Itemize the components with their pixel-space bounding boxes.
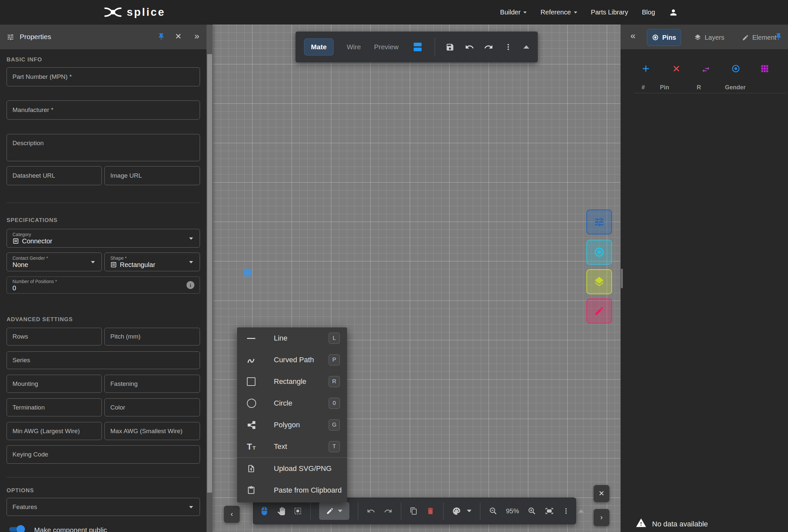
features-select[interactable]: Features [6, 498, 200, 516]
tab-layers[interactable]: Layers [690, 29, 729, 46]
image-url-placeholder: Image URL [110, 172, 142, 179]
divider [443, 503, 444, 519]
pins-panel: « Pins Layers Element [620, 25, 788, 532]
nav-builder-label: Builder [500, 8, 520, 16]
marquee-select-icon[interactable] [294, 507, 302, 515]
undo-icon[interactable] [367, 507, 375, 515]
more-options-icon[interactable] [563, 507, 570, 515]
properties-panel: Properties ✕ » BASIC INFO Part Number (M… [0, 25, 213, 532]
close-overlay-button[interactable]: ✕ [594, 485, 609, 502]
pan-hand-icon[interactable] [277, 507, 285, 515]
collapse-left-button[interactable]: ‹ [224, 506, 240, 523]
info-icon[interactable]: i [186, 281, 194, 289]
termination-field[interactable]: Termination [6, 398, 102, 416]
menu-item-text[interactable]: TT Text T [237, 436, 347, 457]
collapse-toolbar-icon[interactable] [524, 45, 529, 48]
color-field[interactable]: Color [104, 398, 200, 416]
pin-grid-icon[interactable] [760, 64, 769, 73]
number-of-positions-field[interactable]: Number of Positions * 0 i [6, 276, 200, 294]
contact-gender-select[interactable]: Contact Gender * None [6, 253, 102, 271]
pin-panel-icon[interactable] [774, 33, 783, 41]
redo-icon[interactable] [484, 42, 493, 52]
datasheet-url-field[interactable]: Datasheet URL [6, 166, 102, 185]
preview-mode-button[interactable]: Preview [374, 43, 399, 51]
zoom-out-icon[interactable] [489, 507, 497, 515]
scrollbar-thumb[interactable] [207, 54, 212, 493]
add-pin-icon[interactable] [641, 64, 650, 73]
swap-pins-icon[interactable] [701, 65, 710, 74]
expand-panel-icon[interactable]: « [630, 31, 636, 41]
mate-mode-button[interactable]: Mate [304, 38, 334, 56]
toggle-knob [16, 525, 25, 532]
draw-tool-menu: Line L Curved Path P Rectangle R Circle … [237, 328, 347, 503]
series-field[interactable]: Series [6, 351, 200, 369]
redo-icon[interactable] [384, 507, 392, 515]
element-tool-button[interactable] [586, 298, 612, 323]
palette-icon[interactable] [452, 507, 461, 516]
account-icon[interactable] [669, 8, 678, 17]
keying-code-field[interactable]: Keying Code [6, 445, 200, 464]
category-select[interactable]: Category Connector [6, 229, 200, 248]
undo-icon[interactable] [465, 42, 474, 52]
layers-tool-button[interactable] [586, 269, 612, 294]
remove-pin-icon[interactable] [672, 64, 681, 73]
delete-icon[interactable] [426, 507, 435, 515]
fastening-field[interactable]: Fastening [104, 375, 200, 393]
pins-tool-button[interactable] [586, 240, 612, 265]
nav-parts-library[interactable]: Parts Library [591, 8, 628, 16]
make-public-toggle[interactable] [8, 525, 24, 532]
mounting-field[interactable]: Mounting [6, 375, 102, 393]
canvas-scrollbar-thumb[interactable] [621, 269, 623, 288]
shortcut-badge: L [329, 333, 340, 344]
menu-item-label: Upload SVG/PNG [274, 464, 347, 473]
menu-item-curved-path[interactable]: Curved Path P [237, 349, 347, 371]
divider [435, 38, 435, 56]
menu-item-circle[interactable]: Circle 0 [237, 392, 347, 414]
more-options-icon[interactable] [504, 43, 512, 51]
part-number-field[interactable]: Part Number (MPN) * [6, 67, 200, 86]
image-url-field[interactable]: Image URL [104, 166, 200, 185]
fit-screen-icon[interactable] [545, 506, 554, 516]
nav-reference[interactable]: Reference [540, 8, 577, 16]
nav-builder[interactable]: Builder [500, 8, 527, 16]
nav-blog[interactable]: Blog [642, 8, 655, 16]
menu-item-line[interactable]: Line L [237, 328, 347, 349]
collapse-panel-icon[interactable]: » [194, 31, 199, 41]
mouse-mode-icon[interactable] [260, 506, 269, 516]
properties-scrollbar[interactable] [206, 25, 213, 532]
canvas-anchor-dot[interactable] [243, 268, 252, 277]
menu-item-label: Curved Path [274, 356, 329, 364]
edit-icon [594, 306, 605, 316]
wire-mode-button[interactable]: Wire [347, 43, 361, 51]
manufacturer-field[interactable]: Manufacturer * [6, 100, 200, 120]
shape-select[interactable]: Shape * Rectangular [104, 253, 200, 271]
pitch-field[interactable]: Pitch (mm) [104, 328, 200, 346]
rows-field[interactable]: Rows [6, 328, 102, 346]
expand-right-button[interactable]: › [594, 509, 609, 526]
collapse-toolbar-icon[interactable] [578, 509, 584, 513]
zoom-in-icon[interactable] [528, 507, 536, 515]
tab-pins[interactable]: Pins [647, 29, 681, 46]
properties-tool-button[interactable] [586, 210, 612, 235]
pin-mode-icon[interactable] [731, 64, 741, 73]
max-awg-field[interactable]: Max AWG (Smallest Wire) [104, 422, 200, 440]
column-gender: Gender [725, 84, 746, 91]
table-header-border [634, 93, 787, 93]
nav-blog-label: Blog [642, 8, 655, 16]
menu-item-upload-svg-png[interactable]: Upload SVG/PNG [237, 458, 347, 479]
chevron-down-icon [524, 12, 527, 14]
mate-view-icon[interactable] [413, 42, 422, 52]
chevron-down-icon[interactable] [467, 510, 472, 512]
description-field[interactable]: Description [6, 134, 200, 161]
pin-panel-icon[interactable] [157, 33, 165, 41]
menu-item-paste-from-clipboard[interactable]: Paste from Clipboard [237, 479, 347, 501]
copy-icon[interactable] [410, 507, 418, 515]
close-panel-icon[interactable]: ✕ [175, 32, 181, 41]
menu-item-polygon[interactable]: Polygon G [237, 414, 347, 436]
column-pin: Pin [660, 84, 669, 91]
brand-logo[interactable]: splice [104, 6, 165, 18]
menu-item-rectangle[interactable]: Rectangle R [237, 371, 347, 392]
save-icon[interactable] [446, 43, 454, 52]
draw-tool-button[interactable] [319, 502, 349, 520]
min-awg-field[interactable]: Min AWG (Largest Wire) [6, 422, 102, 440]
